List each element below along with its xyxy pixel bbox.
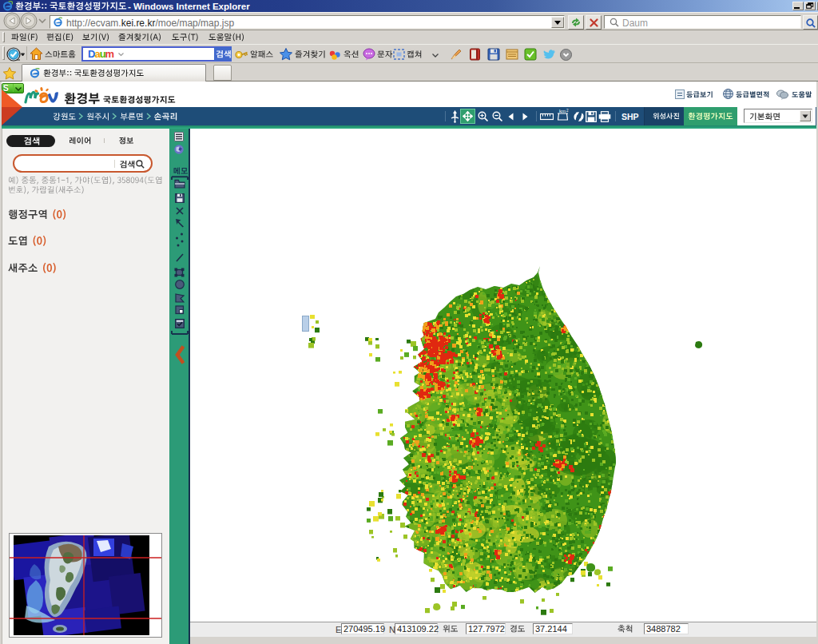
svg-text:Daum: Daum <box>88 49 114 59</box>
svg-text:2: 2 <box>566 109 569 113</box>
svg-text:km: km <box>559 109 566 113</box>
